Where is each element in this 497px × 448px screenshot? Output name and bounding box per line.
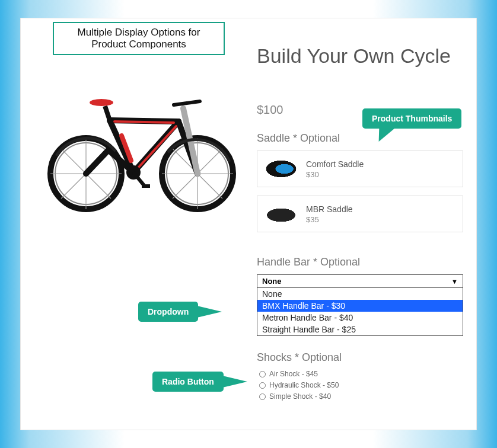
option-name: Comfort Saddle <box>306 159 364 169</box>
svg-line-7 <box>86 174 111 199</box>
annotation-callout-thumbnails: Product Thumbnails <box>362 108 461 129</box>
svg-rect-35 <box>142 184 150 188</box>
saddle-section-label: Saddle * Optional <box>257 132 463 145</box>
option-name: MBR Saddle <box>306 204 353 214</box>
shock-option[interactable]: Simple Shock - $40 <box>257 392 463 401</box>
saddle-option[interactable]: MBR Saddle $35 <box>257 196 463 232</box>
shocks-section-label: Shocks * Optional <box>257 351 463 364</box>
svg-line-23 <box>86 150 109 174</box>
left-column <box>34 33 247 415</box>
radio-label: Air Shock - $45 <box>269 370 318 378</box>
dropdown-selected[interactable]: None ▼ <box>257 275 463 288</box>
saddle-thumbnail-icon <box>265 157 298 181</box>
product-configurator-card: Build Your Own Cycle $100 Saddle * Optio… <box>20 18 477 430</box>
radio-input[interactable] <box>259 371 266 377</box>
svg-line-31 <box>105 106 110 120</box>
shock-option[interactable]: Air Shock - $45 <box>257 370 463 378</box>
handlebar-dropdown[interactable]: None ▼ None BMX Handle Bar - $30 Metron … <box>257 274 463 336</box>
dropdown-option[interactable]: Straight Handle Bar - $25 <box>257 324 463 335</box>
annotation-callout-radio: Radio Button <box>152 372 224 392</box>
annotation-heading: Multiple Display Options for Product Com… <box>53 22 225 55</box>
dropdown-option[interactable]: BMX Handle Bar - $30 <box>257 300 463 312</box>
dropdown-list: None BMX Handle Bar - $30 Metron Handle … <box>257 288 463 335</box>
radio-label: Simple Shock - $40 <box>269 392 331 401</box>
saddle-option[interactable]: Comfort Saddle $30 <box>257 151 463 187</box>
handlebar-section-label: Handle Bar * Optional <box>257 256 463 268</box>
radio-input[interactable] <box>259 382 266 389</box>
saddle-thumbnail-icon <box>265 202 298 226</box>
product-title: Build Your Own Cycle <box>257 44 463 68</box>
svg-line-9 <box>61 174 86 199</box>
svg-point-32 <box>90 99 113 106</box>
radio-label: Hydraulic Shock - $50 <box>269 381 339 389</box>
shock-option[interactable]: Hydraulic Shock - $50 <box>257 381 463 389</box>
dropdown-option[interactable]: None <box>257 288 463 300</box>
svg-line-30 <box>174 101 200 105</box>
svg-line-17 <box>197 174 222 199</box>
svg-line-6 <box>61 149 86 174</box>
svg-line-26 <box>114 121 174 123</box>
svg-line-19 <box>173 174 197 199</box>
right-column: Build Your Own Cycle $100 Saddle * Optio… <box>247 33 463 415</box>
radio-input[interactable] <box>259 393 266 400</box>
option-price: $35 <box>306 215 353 224</box>
annotation-callout-dropdown: Dropdown <box>138 302 198 322</box>
svg-line-18 <box>197 149 222 174</box>
product-image <box>39 73 240 217</box>
chevron-down-icon: ▼ <box>451 278 458 285</box>
dropdown-option[interactable]: Metron Handle Bar - $40 <box>257 312 463 324</box>
dropdown-selected-value: None <box>262 277 282 286</box>
option-price: $30 <box>306 170 364 179</box>
